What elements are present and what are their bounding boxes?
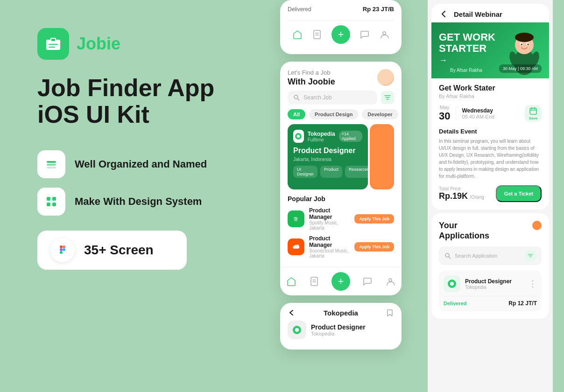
chip-product-design[interactable]: Product Design xyxy=(309,109,358,119)
svg-point-52 xyxy=(450,282,454,286)
svg-line-47 xyxy=(449,257,451,259)
screen3-company-sub: Tokopedia xyxy=(311,331,366,336)
webinar-header: Detail Webinar xyxy=(431,4,549,22)
banner-arrow-icon: → xyxy=(439,56,447,65)
company-row: Tokopedia Fulltime +14 Applied xyxy=(293,130,362,143)
company-name: Tokopedia xyxy=(308,131,335,137)
popular-job-item-2: Product Manager Soundcloud Music, Jakart… xyxy=(288,235,394,259)
fab-plus-button-2[interactable]: + xyxy=(331,272,350,291)
svg-rect-10 xyxy=(60,245,63,248)
screen3-content: Product Designer Tokopedia xyxy=(280,321,402,350)
svg-point-39 xyxy=(528,44,529,45)
chip-developer[interactable]: Developer xyxy=(362,109,398,119)
profile-icon[interactable] xyxy=(379,29,389,40)
svg-rect-4 xyxy=(47,164,56,166)
featured-job-location: Jakarta, Indonesia xyxy=(293,157,362,162)
popular-job-item-1: Product Manager Spotify Music, Jakarta A… xyxy=(288,207,394,231)
figma-icon xyxy=(50,238,75,262)
app-search-icon xyxy=(444,252,451,259)
tag-product: Product xyxy=(320,166,342,178)
doc-icon-2[interactable] xyxy=(309,276,319,287)
job-info-1: Product Manager Spotify Music, Jakarta xyxy=(309,207,350,231)
tag-ui-designer: UI Designer xyxy=(293,166,317,178)
home-icon-2[interactable] xyxy=(286,276,296,287)
svg-rect-27 xyxy=(311,277,317,286)
app-company-logo xyxy=(444,275,460,292)
featured-job-card-wrapper: Tokopedia Fulltime +14 Applied Product D… xyxy=(288,124,394,189)
svg-rect-15 xyxy=(314,30,320,39)
home-icon[interactable] xyxy=(292,29,303,40)
screens-count-text: 35+ Screen xyxy=(84,243,154,258)
applications-header: YourApplications xyxy=(439,221,542,241)
get-ticket-button[interactable]: Get a Ticket xyxy=(496,185,542,202)
webinar-date-row: May 30 Wednesday 09.40 AM-End Save xyxy=(439,105,542,122)
app-filter-icon xyxy=(528,253,533,259)
svg-rect-13 xyxy=(60,251,63,254)
svg-point-30 xyxy=(389,279,392,281)
app-filter-button[interactable] xyxy=(525,250,536,261)
price-label: Total Price xyxy=(439,186,484,191)
tokopedia-logo xyxy=(293,130,304,143)
company-type: Fulltime xyxy=(308,137,335,142)
profile-icon-2[interactable] xyxy=(385,276,395,287)
popular-job-section: Popular Job Product Manager Spotify Musi… xyxy=(280,195,402,267)
grid-icon-box xyxy=(37,188,65,216)
banner-date-badge: 30 May | 09:30 AM xyxy=(499,64,542,73)
time-hours: 09.40 AM-End xyxy=(462,114,519,119)
time-info: Wednesday 09.40 AM-End xyxy=(462,107,519,119)
search-icon xyxy=(293,94,300,101)
application-search[interactable]: Search Application xyxy=(439,246,542,265)
app-item-header: Product Designer Tokopedia ⋮ xyxy=(444,275,537,292)
layers-icon xyxy=(44,157,58,171)
price-per: /Orang xyxy=(470,195,484,200)
fab-plus-button[interactable]: + xyxy=(331,25,350,44)
search-placeholder: Search Job xyxy=(303,94,332,101)
apply-btn-1[interactable]: Apply This Job xyxy=(354,214,394,224)
job-tags: UI Designer Product Researcer xyxy=(293,166,362,178)
greeting-line1: Let's Find a Job xyxy=(288,69,335,76)
webinar-back-icon[interactable] xyxy=(439,9,448,19)
price-value-row: Rp.19K /Orang xyxy=(439,191,484,201)
screen3-header: Tokopedia xyxy=(280,303,402,321)
screen3-company: Tokopedia xyxy=(324,309,358,317)
popular-job-title: Popular Job xyxy=(288,195,394,203)
featured-job-card-green[interactable]: Tokopedia Fulltime +14 Applied Product D… xyxy=(288,124,368,189)
details-event-text: In this seminar program, you will learn … xyxy=(439,138,542,180)
svg-rect-7 xyxy=(52,197,56,201)
chip-all[interactable]: All xyxy=(288,109,305,119)
applications-card: YourApplications Search Application Prod… xyxy=(431,213,549,319)
delivered-status: Delivered xyxy=(288,6,311,13)
job-company-loc-1: Spotify Music, Jakarta xyxy=(309,220,350,231)
screen3-job-detail: Tokopedia Product Designer Tokopedia xyxy=(280,303,402,350)
date-separator xyxy=(456,106,456,120)
apply-btn-2[interactable]: Apply This Job xyxy=(354,242,394,252)
company-detail-logo xyxy=(288,321,306,339)
screen3-job-title: Product Designer xyxy=(311,323,366,331)
svg-point-32 xyxy=(295,328,299,332)
price-section: Total Price Rp.19K /Orang xyxy=(439,186,484,201)
soundcloud-logo xyxy=(288,238,304,255)
screen2-job-finder: Let's Find a Job With Joobie Search Job … xyxy=(280,62,402,295)
app-menu-dots[interactable]: ⋮ xyxy=(529,279,537,289)
job-search-bar[interactable]: Search Job xyxy=(288,91,377,105)
chat-icon-2[interactable] xyxy=(362,276,373,287)
bottom-nav-1: + xyxy=(288,20,394,49)
delivery-row: Delivered Rp 23 JT/B xyxy=(288,6,394,13)
back-arrow-icon-3[interactable] xyxy=(288,308,296,317)
chat-icon[interactable] xyxy=(360,29,370,40)
banner-headline: GET WORKSTARTER xyxy=(439,32,495,54)
logo-icon xyxy=(37,28,69,60)
feature-organized-text: Well Organized and Named xyxy=(75,158,207,170)
filter-button[interactable] xyxy=(381,91,394,104)
banner-by: By Afsar Rakha xyxy=(450,68,482,73)
notification-dot xyxy=(532,221,542,230)
delivery-price: Rp 23 JT/B xyxy=(363,6,394,13)
bookmark-icon[interactable] xyxy=(386,308,394,317)
save-event-button[interactable]: Save xyxy=(525,105,542,122)
phones-container: Delivered Rp 23 JT/B + Let's Find a Job … xyxy=(275,0,406,350)
app-salary: Rp 12 JT/T xyxy=(508,300,537,307)
screens-badge: 35+ Screen xyxy=(37,231,187,270)
svg-point-19 xyxy=(294,95,298,99)
webinar-nav-title: Detail Webinar xyxy=(454,10,502,18)
doc-icon[interactable] xyxy=(312,29,322,40)
